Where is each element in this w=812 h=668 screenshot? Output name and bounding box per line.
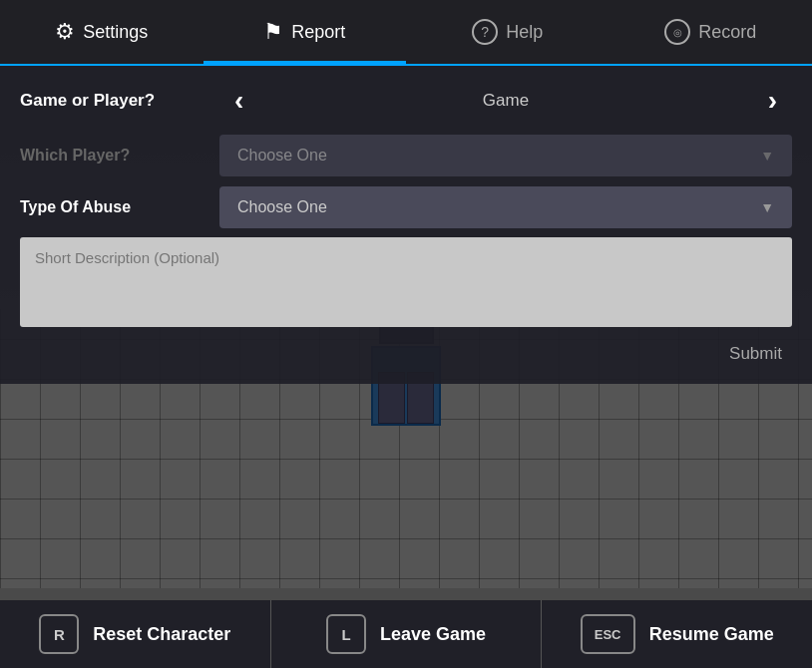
help-icon: ?	[472, 19, 498, 45]
type-abuse-dropdown-value: Choose One	[237, 198, 327, 216]
which-player-dropdown[interactable]: Choose One ▼	[219, 135, 792, 176]
which-player-label: Which Player?	[20, 147, 219, 165]
leave-game-button[interactable]: L Leave Game	[271, 600, 543, 668]
game-player-row: Game or Player? ‹ Game ›	[20, 76, 792, 126]
game-player-value: Game	[258, 91, 752, 111]
nav-settings[interactable]: ⚙ Settings	[0, 0, 203, 64]
next-arrow-button[interactable]: ›	[753, 85, 792, 117]
report-icon: ⚑	[263, 19, 283, 45]
nav-record-label: Record	[698, 22, 756, 43]
game-player-label: Game or Player?	[20, 91, 219, 111]
resume-game-button[interactable]: ESC Resume Game	[542, 600, 812, 668]
reset-character-button[interactable]: R Reset Character	[0, 600, 271, 668]
leave-game-label: Leave Game	[380, 624, 486, 645]
type-abuse-row: Type Of Abuse Choose One ▼	[20, 185, 792, 229]
nav-help[interactable]: ? Help	[406, 0, 609, 64]
nav-report[interactable]: ⚑ Report	[203, 0, 407, 64]
description-textarea[interactable]	[20, 237, 792, 327]
leave-key-badge: L	[326, 614, 366, 654]
type-abuse-dropdown[interactable]: Choose One ▼	[219, 186, 792, 228]
which-player-dropdown-value: Choose One	[237, 147, 327, 165]
submit-row: Submit	[20, 339, 792, 369]
navbar: ⚙ Settings ⚑ Report ? Help ◎ Record	[0, 0, 812, 66]
record-icon: ◎	[664, 19, 690, 45]
game-player-controls: ‹ Game ›	[219, 85, 792, 117]
report-panel: Game or Player? ‹ Game › Which Player? C…	[0, 66, 812, 384]
which-player-chevron-icon: ▼	[760, 148, 774, 164]
nav-settings-label: Settings	[83, 22, 148, 43]
settings-icon: ⚙	[55, 19, 75, 45]
bottom-bar: R Reset Character L Leave Game ESC Resum…	[0, 600, 812, 668]
prev-arrow-button[interactable]: ‹	[219, 85, 258, 117]
type-abuse-chevron-icon: ▼	[760, 199, 774, 215]
nav-help-label: Help	[506, 22, 543, 43]
submit-button[interactable]: Submit	[719, 339, 792, 369]
resume-game-label: Resume Game	[649, 624, 774, 645]
reset-character-label: Reset Character	[93, 624, 230, 645]
nav-report-label: Report	[291, 22, 345, 43]
resume-key-badge: ESC	[581, 614, 635, 654]
reset-key-badge: R	[39, 614, 79, 654]
nav-record[interactable]: ◎ Record	[609, 0, 813, 64]
which-player-row: Which Player? Choose One ▼	[20, 134, 792, 177]
type-abuse-label: Type Of Abuse	[20, 198, 219, 216]
